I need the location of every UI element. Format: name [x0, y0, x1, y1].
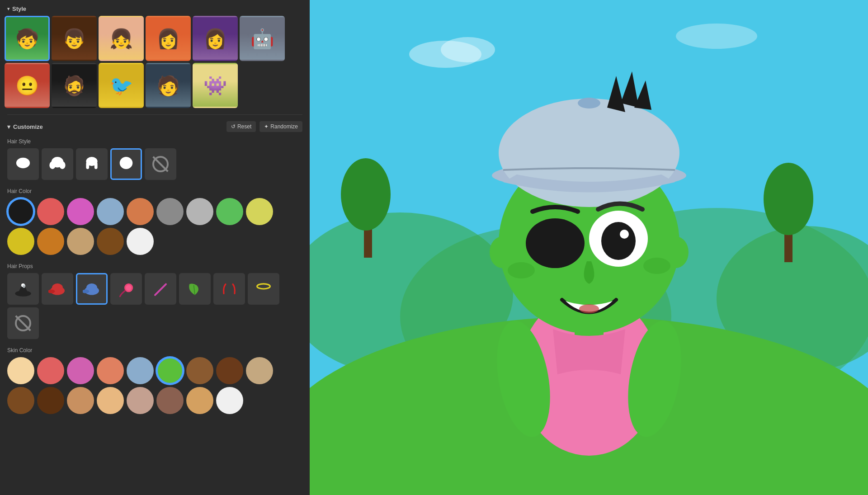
hair-color-7[interactable] — [186, 198, 213, 225]
svg-point-50 — [527, 220, 584, 268]
char-thumb-4[interactable]: 👩 — [146, 16, 191, 61]
hair-prop-2[interactable] — [42, 273, 73, 305]
char-thumb-5[interactable]: 👩 — [193, 16, 238, 61]
character-container — [310, 0, 868, 495]
char-emoji-9: 🐦 — [100, 64, 142, 107]
hair-color-11[interactable] — [37, 228, 64, 255]
char-thumb-1[interactable]: 🧒 — [5, 16, 50, 61]
skin-color-7[interactable] — [186, 357, 213, 384]
char-emoji-7: 😐 — [6, 64, 48, 107]
style-chevron[interactable]: ▾ — [7, 6, 9, 11]
hair-style-3[interactable] — [76, 148, 108, 180]
hair-prop-7[interactable] — [213, 273, 245, 305]
skin-color-17[interactable] — [216, 387, 243, 414]
skin-color-grid — [7, 357, 302, 414]
skin-color-1[interactable] — [7, 357, 34, 384]
hair-color-1[interactable] — [7, 198, 34, 225]
hair-prop-6[interactable] — [179, 273, 211, 305]
skin-color-8[interactable] — [216, 357, 243, 384]
char-thumb-3[interactable]: 👧 — [99, 16, 144, 61]
skin-color-4[interactable] — [97, 357, 124, 384]
skin-color-2[interactable] — [37, 357, 64, 384]
svg-rect-7 — [94, 162, 98, 169]
randomize-button[interactable]: ✦ Randomize — [259, 121, 302, 132]
hair-style-1[interactable] — [7, 148, 39, 180]
hair-prop-1[interactable]: 💀 — [7, 273, 39, 305]
hair-prop-3[interactable] — [76, 273, 108, 305]
char-thumb-6[interactable]: 🤖 — [240, 16, 285, 61]
character-svg — [420, 49, 759, 456]
svg-point-56 — [643, 258, 670, 274]
hair-style-section: Hair Style — [0, 136, 310, 185]
svg-rect-1 — [18, 163, 28, 166]
skin-color-13[interactable] — [97, 387, 124, 414]
hair-prop-5[interactable] — [145, 273, 176, 305]
customize-chevron[interactable]: ▾ — [7, 123, 10, 130]
hair-color-section: Hair Color — [0, 185, 310, 260]
skin-color-3[interactable] — [67, 357, 94, 384]
char-thumb-9[interactable]: 🐦 — [99, 63, 144, 108]
hair-props-grid: 💀 — [7, 273, 302, 339]
hair-style-2[interactable] — [42, 148, 73, 180]
char-emoji-2: 👦 — [53, 17, 95, 60]
skin-color-12[interactable] — [67, 387, 94, 414]
hair-prop-4[interactable] — [110, 273, 142, 305]
hair-color-13[interactable] — [97, 228, 124, 255]
skin-color-label: Skin Color — [7, 347, 302, 354]
svg-point-4 — [59, 161, 65, 169]
style-label: Style — [12, 5, 26, 12]
char-thumb-11[interactable]: 👾 — [193, 63, 238, 108]
skin-color-10[interactable] — [7, 387, 34, 414]
char-thumb-2[interactable]: 👦 — [52, 16, 97, 61]
skin-color-16[interactable] — [186, 387, 213, 414]
char-thumb-8[interactable]: 🧔 — [52, 63, 97, 108]
skin-color-9[interactable] — [246, 357, 273, 384]
toolbar-buttons: ↺ Reset ✦ Randomize — [226, 121, 302, 132]
svg-point-3 — [49, 161, 55, 169]
char-emoji-4: 👩 — [147, 17, 189, 60]
hair-color-6[interactable] — [156, 198, 184, 225]
char-thumb-10[interactable]: 🧑 — [146, 63, 191, 108]
char-thumb-7[interactable]: 😐 — [5, 63, 50, 108]
skin-color-15[interactable] — [156, 387, 184, 414]
hair-color-5[interactable] — [127, 198, 154, 225]
hair-color-2[interactable] — [37, 198, 64, 225]
svg-rect-6 — [86, 162, 89, 169]
hair-color-14[interactable] — [127, 228, 154, 255]
hair-color-3[interactable] — [67, 198, 94, 225]
hair-style-5[interactable] — [145, 148, 176, 180]
svg-point-44 — [490, 236, 515, 268]
svg-point-53 — [620, 230, 629, 239]
skin-color-5[interactable] — [127, 357, 154, 384]
reset-label: Reset — [237, 123, 251, 130]
hair-prop-8[interactable] — [248, 273, 279, 305]
customize-label: Customize — [13, 123, 43, 130]
char-emoji-10: 🧑 — [147, 64, 189, 107]
svg-point-55 — [508, 262, 535, 278]
left-panel: ▾ Style 🧒👦👧👩👩🤖😐🧔🐦🧑👾 ▾ Customize ↺ Reset … — [0, 0, 310, 495]
customize-title: ▾ Customize — [7, 123, 43, 130]
skin-color-6[interactable] — [156, 357, 184, 384]
randomize-icon: ✦ — [264, 123, 269, 130]
hair-color-8[interactable] — [216, 198, 243, 225]
svg-point-48 — [578, 98, 600, 108]
svg-point-21 — [126, 285, 132, 291]
hair-style-4[interactable] — [110, 148, 142, 180]
hair-props-section: Hair Props 💀 — [0, 260, 310, 344]
char-emoji-6: 🤖 — [241, 17, 283, 60]
char-emoji-8: 🧔 — [53, 64, 95, 107]
reset-button[interactable]: ↺ Reset — [226, 121, 256, 132]
hair-style-label: Hair Style — [7, 138, 302, 145]
char-emoji-11: 👾 — [194, 64, 236, 107]
char-emoji-3: 👧 — [100, 17, 142, 60]
hair-prop-9[interactable] — [7, 307, 39, 339]
skin-color-14[interactable] — [127, 387, 154, 414]
hair-color-10[interactable] — [7, 228, 34, 255]
hair-color-9[interactable] — [246, 198, 273, 225]
hair-props-label: Hair Props — [7, 263, 302, 269]
hair-color-12[interactable] — [67, 228, 94, 255]
skin-color-11[interactable] — [37, 387, 64, 414]
randomize-label: Randomize — [270, 123, 298, 130]
svg-point-52 — [601, 222, 636, 260]
hair-color-4[interactable] — [97, 198, 124, 225]
